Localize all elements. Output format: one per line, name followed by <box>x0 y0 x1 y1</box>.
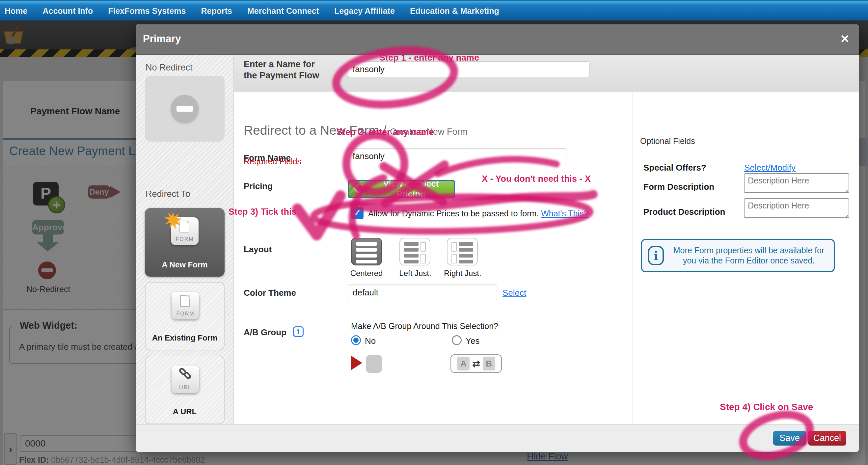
ab-group-question: Make A/B Group Around This Selection? <box>351 321 498 331</box>
ab-no-label: No <box>365 336 376 346</box>
whats-this-link[interactable]: What's This? <box>541 209 588 218</box>
heading-sub: Create a New Form <box>390 127 468 137</box>
nav-item-education-marketing[interactable]: Education & Marketing <box>410 6 499 16</box>
pricing-label: Pricing <box>244 181 273 191</box>
cancel-button[interactable]: Cancel <box>808 431 846 445</box>
ab-b-square: B <box>483 356 495 371</box>
nav-item-home[interactable]: Home <box>5 6 27 16</box>
primary-modal: Primary ✕ No Redirect Redirect To FORM A… <box>136 24 859 452</box>
layout-label: Layout <box>244 244 272 254</box>
color-theme-input[interactable] <box>348 284 497 300</box>
payment-flow-name-label: Enter a Name for the Payment Flow <box>244 59 319 81</box>
close-icon[interactable]: ✕ <box>840 32 850 45</box>
ab-group-info-icon[interactable]: i <box>293 327 304 337</box>
form-description-textarea[interactable] <box>744 173 849 193</box>
label-line2: the Payment Flow <box>244 70 319 81</box>
form-icon: FORM <box>171 217 198 245</box>
save-button[interactable]: Save <box>773 431 806 445</box>
ab-group-label: A/B Group <box>244 327 286 338</box>
view-select-pricing-button[interactable]: View & Select Pricing <box>348 180 455 198</box>
no-redirect-heading: No Redirect <box>146 63 193 73</box>
top-nav: Home Account Info FlexForms Systems Repo… <box>0 0 868 21</box>
section-heading: Redirect to a New Form / Create a New Fo… <box>244 123 468 138</box>
tile-label: A New Form <box>145 260 224 269</box>
payment-flow-name-band: Enter a Name for the Payment Flow <box>234 55 859 92</box>
tile-label: An Existing Form <box>146 333 224 342</box>
layout-option-left-justified[interactable] <box>399 238 430 266</box>
tile-label: A URL <box>146 407 224 416</box>
layout-option-right-justified[interactable] <box>447 238 478 266</box>
layout-label-left-just: Left Just. <box>396 269 435 278</box>
nav-item-reports[interactable]: Reports <box>201 6 232 16</box>
form-name-label: Form Name <box>244 153 291 163</box>
select-modify-link[interactable]: Select/Modify <box>744 163 796 173</box>
tile-a-new-form[interactable]: FORM A New Form <box>145 208 224 277</box>
form-name-input[interactable] <box>348 148 567 164</box>
form-description-label: Form Description <box>644 182 714 192</box>
form-icon-text: FORM <box>171 237 198 242</box>
info-text: More Form properties will be available f… <box>670 245 828 266</box>
payment-flow-name-input[interactable] <box>348 61 589 77</box>
nav-item-flexforms-systems[interactable]: FlexForms Systems <box>108 6 186 16</box>
layout-label-right-just: Right Just. <box>442 269 484 278</box>
modal-title: Primary <box>143 33 181 45</box>
screen: Home Account Info FlexForms Systems Repo… <box>0 0 868 465</box>
document-glyph <box>180 295 190 307</box>
modal-header: Primary ✕ <box>136 24 859 55</box>
color-theme-label: Color Theme <box>244 288 296 298</box>
url-icon: URL <box>172 366 199 393</box>
no-redirect-tile[interactable] <box>145 76 224 142</box>
color-theme-select-link[interactable]: Select <box>502 288 526 298</box>
nav-item-merchant-connect[interactable]: Merchant Connect <box>247 6 319 16</box>
ab-no-radio[interactable] <box>351 335 361 345</box>
heading-main: Redirect to a New Form <box>244 123 379 137</box>
redirect-sidebar: No Redirect Redirect To FORM A New Form <box>136 55 234 424</box>
tile-an-existing-form[interactable]: FORM An Existing Form <box>145 282 224 350</box>
nav-item-account-info[interactable]: Account Info <box>42 6 93 16</box>
document-glyph <box>180 221 189 232</box>
dynamic-prices-sentence: Allow for Dynamic Prices to be passed to… <box>368 209 541 218</box>
ab-split-glyph: A ⇄ B <box>451 354 502 373</box>
layout-label-centered: Centered <box>346 269 386 278</box>
panel-divider <box>632 92 633 424</box>
special-offers-label: Special Offers? <box>644 163 706 173</box>
ab-yes-radio[interactable] <box>452 335 462 345</box>
tile-a-url[interactable]: URL A URL <box>145 356 224 424</box>
pricing-button-label: View & Select Pricing <box>368 179 454 199</box>
single-tile-glyph <box>366 355 382 373</box>
dynamic-prices-checkbox[interactable]: ✓ <box>351 207 364 219</box>
tag-icon-zone <box>349 181 368 197</box>
info-icon: i <box>648 246 664 265</box>
swap-arrows-icon: ⇄ <box>472 358 480 369</box>
form-icon: FORM <box>172 292 199 319</box>
form-icon-text: FORM <box>172 311 199 317</box>
redirect-to-heading: Redirect To <box>146 189 190 199</box>
ab-yes-label: Yes <box>466 336 479 346</box>
nav-item-legacy-affiliate[interactable]: Legacy Affiliate <box>334 6 395 16</box>
flow-pointer-icon <box>351 356 362 370</box>
optional-fields-heading: Optional Fields <box>640 136 695 146</box>
no-entry-icon <box>171 95 198 123</box>
ab-a-square: A <box>457 356 470 371</box>
dynamic-prices-text: Allow for Dynamic Prices to be passed to… <box>368 209 588 218</box>
product-description-label: Product Description <box>644 207 725 217</box>
label-line1: Enter a Name for <box>244 59 319 70</box>
product-description-textarea[interactable] <box>744 198 849 218</box>
heading-separator: / <box>379 123 390 137</box>
modal-footer: Save Cancel <box>136 424 859 452</box>
tag-icon <box>353 184 364 194</box>
url-icon-text: URL <box>172 385 199 391</box>
chain-link-icon <box>179 368 193 381</box>
form-editor-info-box: i More Form properties will be available… <box>641 239 835 272</box>
layout-option-centered[interactable] <box>351 238 382 266</box>
